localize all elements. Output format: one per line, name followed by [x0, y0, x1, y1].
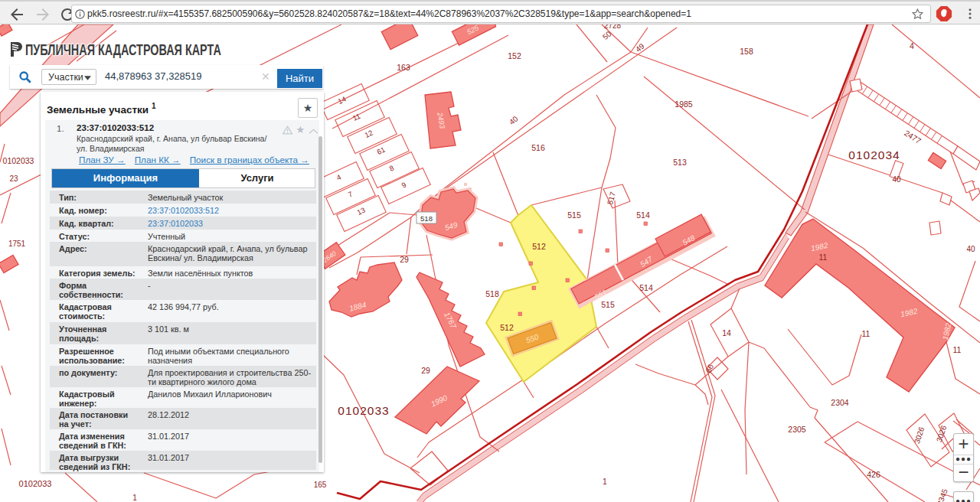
svg-text:515: 515: [567, 210, 581, 220]
svg-text:518: 518: [420, 214, 433, 223]
svg-text:516: 516: [531, 143, 545, 152]
svg-text:40: 40: [892, 175, 901, 184]
svg-text:0102034: 0102034: [848, 148, 900, 161]
svg-text:29: 29: [421, 366, 430, 375]
svg-text:0102033: 0102033: [19, 479, 52, 488]
svg-text:514: 514: [636, 210, 650, 220]
svg-text:0102033: 0102033: [338, 404, 389, 417]
svg-text:23: 23: [9, 174, 18, 183]
svg-text:11: 11: [953, 345, 962, 354]
svg-text:514: 514: [639, 283, 653, 292]
svg-text:512: 512: [532, 242, 546, 251]
svg-text:29: 29: [400, 255, 409, 264]
svg-text:4: 4: [910, 41, 914, 51]
svg-text:513: 513: [673, 158, 687, 167]
svg-text:158: 158: [740, 47, 753, 56]
svg-text:1751: 1751: [8, 240, 26, 248]
svg-text:2304: 2304: [831, 398, 849, 407]
svg-text:1: 1: [603, 477, 607, 486]
svg-text:512: 512: [500, 323, 514, 332]
svg-text:518: 518: [485, 289, 499, 298]
svg-text:163: 163: [397, 63, 410, 72]
svg-text:0102033: 0102033: [3, 156, 34, 165]
svg-text:1985: 1985: [675, 99, 693, 109]
svg-text:165: 165: [314, 481, 327, 489]
svg-text:2305: 2305: [788, 425, 806, 434]
svg-text:11: 11: [862, 329, 871, 338]
svg-text:515: 515: [601, 300, 615, 309]
svg-text:11: 11: [819, 253, 828, 262]
svg-text:40: 40: [966, 245, 975, 253]
svg-text:426: 426: [867, 470, 880, 479]
svg-text:1: 1: [132, 494, 137, 502]
svg-text:14: 14: [722, 328, 731, 337]
svg-text:152: 152: [508, 51, 521, 60]
